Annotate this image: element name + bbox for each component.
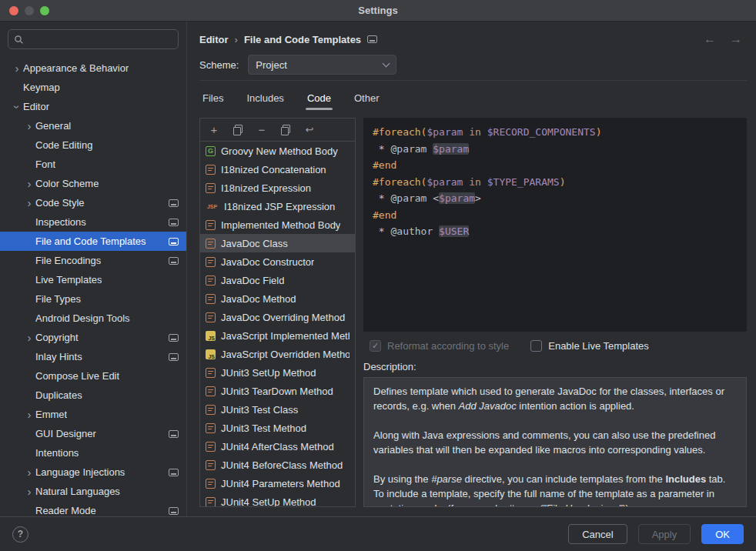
template-item-javascript-overridden-method[interactable]: JSJavaScript Overridden Method [200,345,355,363]
sidebar-item-language-injections[interactable]: ›Language Injections [0,463,186,482]
sidebar-item-label: Natural Languages [35,486,120,497]
template-item-label: JavaDoc Method [221,293,296,305]
sidebar-item-file-encodings[interactable]: File Encodings [0,251,186,270]
tab-other[interactable]: Other [354,81,380,115]
template-item-junit3-test-class[interactable]: JUnit3 Test Class [200,400,355,419]
cancel-button[interactable]: Cancel [568,524,627,544]
chevron-right-icon[interactable]: › [23,198,35,209]
template-item-javascript-implemented-method[interactable]: JSJavaScript Implemented Method [200,326,355,345]
sidebar-item-color-scheme[interactable]: ›Color Scheme [0,174,186,193]
template-item-junit3-test-method[interactable]: JUnit3 Test Method [200,419,355,437]
sidebar-item-natural-languages[interactable]: ›Natural Languages [0,482,186,501]
duplicate-icon[interactable] [279,124,292,136]
sidebar-item-inlay-hints[interactable]: Inlay Hints [0,347,186,366]
close-window-icon[interactable] [9,6,18,15]
scheme-dropdown[interactable]: Project [248,55,396,75]
checkbox-icon[interactable] [530,340,542,352]
sidebar-item-label: Intentions [35,447,79,459]
sidebar-item-label: Color Scheme [35,178,99,189]
scheme-selected-value: Project [256,59,286,71]
screen-icon [169,507,179,515]
screen-icon [169,199,179,207]
checkbox-icon: ✓ [370,340,381,352]
sidebar-item-android-design-tools[interactable]: Android Design Tools [0,309,186,328]
sidebar-item-label: Language Injections [35,466,125,478]
settings-search-input[interactable] [28,34,172,45]
forward-arrow-icon[interactable]: → [730,32,742,46]
template-editor[interactable]: #foreach($param in $RECORD_COMPONENTS) *… [363,118,747,332]
sidebar-item-file-and-code-templates[interactable]: File and Code Templates [0,232,186,251]
code-line: #end [373,207,738,224]
chevron-right-icon[interactable]: › [23,467,35,478]
template-icon [206,239,216,249]
tab-files[interactable]: Files [202,81,223,115]
template-item-junit4-setup-method[interactable]: JUnit4 SetUp Method [200,493,355,506]
sidebar-item-code-style[interactable]: ›Code Style [0,193,186,212]
sidebar-item-emmet[interactable]: ›Emmet [0,405,186,424]
template-item-junit3-setup-method[interactable]: JUnit3 SetUp Method [200,363,355,382]
chevron-right-icon[interactable]: › [23,409,35,420]
sidebar-item-compose-live-edit[interactable]: Compose Live Edit [0,366,186,386]
help-button[interactable]: ? [12,526,28,543]
remove-icon[interactable] [256,124,268,136]
template-item-implemented-method-body[interactable]: Implemented Method Body [200,215,355,234]
back-arrow-icon[interactable]: ← [704,32,716,46]
template-item-junit4-beforeclass-method[interactable]: JUnit4 BeforeClass Method [200,456,355,474]
sidebar-item-inspections[interactable]: Inspections [0,212,186,232]
screen-icon [169,469,179,476]
traffic-lights [9,6,49,15]
sidebar-item-reader-mode[interactable]: Reader Mode [0,501,186,516]
template-item-i18nized-concatenation[interactable]: I18nized Concatenation [200,160,355,179]
tab-includes[interactable]: Includes [246,81,283,115]
sidebar-item-code-editing[interactable]: Code Editing [0,135,186,155]
copy-icon[interactable] [232,124,244,136]
template-item-javadoc-method[interactable]: JavaDoc Method [200,289,355,308]
template-icon [206,479,216,489]
sidebar-item-keymap[interactable]: Keymap [0,78,186,97]
template-item-label: JUnit4 Parameters Method [221,478,340,489]
revert-icon[interactable] [303,124,316,136]
chevron-right-icon[interactable]: › [11,63,23,74]
template-item-groovy-new-method-body[interactable]: GGroovy New Method Body [200,142,355,160]
template-item-javadoc-overriding-method[interactable]: JavaDoc Overriding Method [200,308,355,326]
template-item-i18nized-expression[interactable]: I18nized Expression [200,179,355,197]
reformat-checkbox: ✓ Reformat according to style [370,340,509,352]
template-item-javadoc-class[interactable]: JavaDoc Class [200,234,355,252]
sidebar-item-gui-designer[interactable]: GUI Designer [0,424,186,443]
settings-content: Editor › File and Code Templates ← → Sch… [187,22,756,516]
sidebar-item-font[interactable]: Font [0,155,186,174]
chevron-right-icon[interactable]: › [23,332,35,343]
add-icon[interactable] [208,124,220,136]
settings-search-field[interactable] [8,29,179,49]
enable-live-templates-checkbox[interactable]: Enable Live Templates [530,340,649,352]
sidebar-item-intentions[interactable]: Intentions [0,443,186,463]
sidebar-item-editor[interactable]: ›Editor [0,97,186,116]
template-item-i18nized-jsp-expression[interactable]: JSPI18nized JSP Expression [200,197,355,215]
chevron-right-icon[interactable]: › [23,121,35,132]
template-item-junit3-teardown-method[interactable]: JUnit3 TearDown Method [200,382,355,400]
template-item-junit4-parameters-method[interactable]: JUnit4 Parameters Method [200,474,355,493]
chevron-right-icon[interactable]: › [23,179,35,189]
sidebar-item-label: General [35,120,71,132]
sidebar-item-file-types[interactable]: File Types [0,289,186,309]
sidebar-item-copyright[interactable]: ›Copyright [0,328,186,347]
chevron-right-icon[interactable]: › [23,486,35,497]
sidebar-item-appearance-behavior[interactable]: ›Appearance & Behavior [0,58,186,78]
sidebar-item-duplicates[interactable]: Duplicates [0,386,186,405]
template-icon [206,294,216,304]
template-item-javadoc-constructor[interactable]: JavaDoc Constructor [200,252,355,271]
tab-code[interactable]: Code [307,81,331,115]
chevron-down-icon[interactable]: › [12,101,22,113]
template-item-junit4-afterclass-method[interactable]: JUnit4 AfterClass Method [200,437,355,456]
sidebar-item-general[interactable]: ›General [0,116,186,135]
template-icon [206,183,216,193]
history-nav: ← → [704,28,742,51]
template-item-label: I18nized Expression [221,182,311,194]
screen-icon [169,430,179,438]
template-list-pane: GGroovy New Method BodyI18nized Concaten… [199,118,356,507]
zoom-window-icon[interactable] [40,6,49,15]
ok-button[interactable]: OK [701,524,744,544]
breadcrumb-editor[interactable]: Editor [199,34,229,45]
sidebar-item-live-templates[interactable]: Live Templates [0,270,186,289]
template-item-javadoc-field[interactable]: JavaDoc Field [200,271,355,289]
